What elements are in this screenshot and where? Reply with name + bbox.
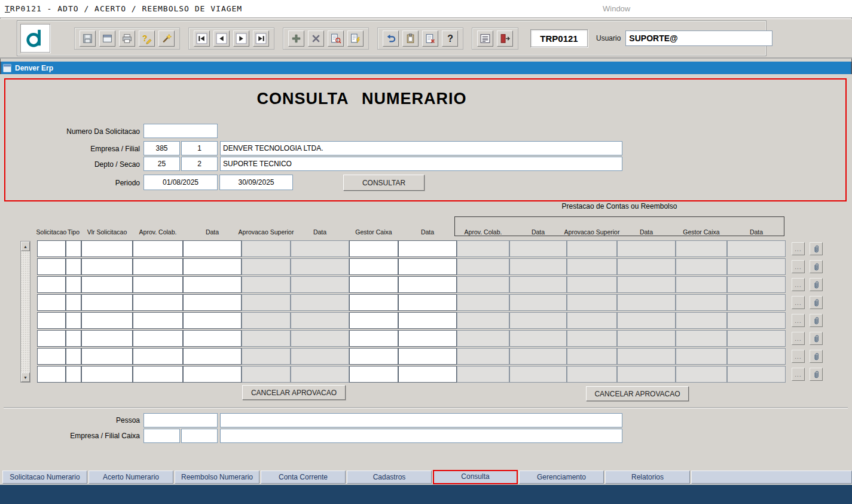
grid-cell[interactable] xyxy=(398,240,457,257)
grid-cell[interactable] xyxy=(37,258,66,275)
grid-cell[interactable] xyxy=(349,312,398,329)
first-record-button[interactable] xyxy=(194,30,210,47)
scroll-track[interactable] xyxy=(21,251,30,372)
grid-cell[interactable] xyxy=(81,366,133,383)
empresa-caixa-codigo-input[interactable] xyxy=(143,429,180,443)
attachment-button[interactable] xyxy=(810,296,823,309)
attachment-button[interactable] xyxy=(810,242,823,255)
execute-query-button[interactable] xyxy=(347,30,364,47)
exit-button[interactable] xyxy=(497,30,513,47)
grid-cell[interactable] xyxy=(133,276,183,293)
grid-cell[interactable] xyxy=(81,312,133,329)
delete-record-button[interactable] xyxy=(308,30,324,47)
grid-cell[interactable] xyxy=(37,366,66,383)
help-button[interactable]: ? xyxy=(442,30,458,47)
periodo-inicio-input[interactable] xyxy=(143,175,218,190)
grid-cell[interactable] xyxy=(66,258,81,275)
grid-cell[interactable] xyxy=(133,348,183,365)
grid-cell[interactable] xyxy=(81,240,133,257)
secao-codigo-input[interactable] xyxy=(181,157,218,171)
window-button[interactable] xyxy=(99,30,115,47)
tab-cadastros[interactable]: Cadastros xyxy=(347,471,432,484)
grid-cell[interactable] xyxy=(398,312,457,329)
grid-cell[interactable] xyxy=(398,330,457,347)
grid-cell[interactable] xyxy=(81,276,133,293)
numero-solicitacao-input[interactable] xyxy=(143,124,218,138)
grid-cell[interactable] xyxy=(66,348,81,365)
row-detail-button[interactable]: ... xyxy=(792,332,805,345)
grid-cell[interactable] xyxy=(133,330,183,347)
undo-button[interactable] xyxy=(383,30,399,47)
grid-cell[interactable] xyxy=(183,258,242,275)
grid-cell[interactable] xyxy=(183,312,242,329)
grid-cell[interactable] xyxy=(398,276,457,293)
copy-button[interactable] xyxy=(402,30,419,47)
row-detail-button[interactable]: ... xyxy=(792,350,805,363)
grid-cell[interactable] xyxy=(37,276,66,293)
grid-cell[interactable] xyxy=(349,240,398,257)
grid-cell[interactable] xyxy=(183,276,242,293)
tab-conta-corrente[interactable]: Conta Corrente xyxy=(261,471,346,484)
menu-button[interactable] xyxy=(477,30,493,47)
grid-cell[interactable] xyxy=(349,348,398,365)
grid-cell[interactable] xyxy=(349,276,398,293)
grid-cell[interactable] xyxy=(133,240,183,257)
grid-cell[interactable] xyxy=(398,258,457,275)
consultar-button[interactable]: CONSULTAR xyxy=(343,175,425,191)
menu-item-module[interactable]: TRP0121 - ADTO / ACERTO / REEMBOLSO DE V… xyxy=(5,4,242,13)
grid-cell[interactable] xyxy=(66,366,81,383)
grid-cell[interactable] xyxy=(349,258,398,275)
row-detail-button[interactable]: ... xyxy=(792,314,805,327)
grid-cell[interactable] xyxy=(37,294,66,311)
grid-cell[interactable] xyxy=(37,348,66,365)
pessoa-codigo-input[interactable] xyxy=(143,413,218,427)
grid-cell[interactable] xyxy=(183,240,242,257)
grid-cell[interactable] xyxy=(398,348,457,365)
previous-record-button[interactable] xyxy=(213,30,230,47)
grid-cell[interactable] xyxy=(37,240,66,257)
attachment-button[interactable] xyxy=(810,278,823,291)
attachment-button[interactable] xyxy=(810,350,823,363)
cancel-query-button[interactable] xyxy=(422,30,438,47)
usuario-input[interactable] xyxy=(625,30,772,46)
tab-solicitacao-numerario[interactable]: Solicitacao Numerario xyxy=(2,471,87,484)
tab-reembolso-numerario[interactable]: Reembolso Numerario xyxy=(175,471,259,484)
attachment-button[interactable] xyxy=(810,332,823,345)
grid-cell[interactable] xyxy=(81,294,133,311)
grid-cell[interactable] xyxy=(66,294,81,311)
grid-cell[interactable] xyxy=(349,294,398,311)
grid-cell[interactable] xyxy=(37,330,66,347)
empresa-caixa-nome-input[interactable] xyxy=(220,429,622,443)
menu-item-window[interactable]: Window xyxy=(603,4,630,13)
depto-nome-input[interactable] xyxy=(220,157,622,171)
scroll-up-button[interactable]: ▲ xyxy=(21,242,30,251)
grid-cell[interactable] xyxy=(183,366,242,383)
print-button[interactable] xyxy=(119,30,135,47)
filial-caixa-codigo-input[interactable] xyxy=(181,429,218,443)
attachment-button[interactable] xyxy=(810,260,823,273)
attachment-button[interactable] xyxy=(810,314,823,327)
row-detail-button[interactable]: ... xyxy=(792,368,805,381)
insert-record-button[interactable] xyxy=(288,30,304,47)
periodo-fim-input[interactable] xyxy=(219,175,293,190)
pessoa-nome-input[interactable] xyxy=(220,413,622,427)
enter-query-button[interactable] xyxy=(328,30,344,47)
row-detail-button[interactable]: ... xyxy=(792,242,805,255)
grid-cell[interactable] xyxy=(37,312,66,329)
grid-cell[interactable] xyxy=(81,330,133,347)
last-record-button[interactable] xyxy=(253,30,269,47)
help-edit-button[interactable]: ? xyxy=(139,30,155,47)
wizard-button[interactable] xyxy=(158,30,175,47)
filial-codigo-input[interactable] xyxy=(181,141,218,155)
grid-cell[interactable] xyxy=(183,330,242,347)
empresa-codigo-input[interactable] xyxy=(143,141,180,155)
grid-cell[interactable] xyxy=(66,276,81,293)
empresa-nome-input[interactable] xyxy=(220,141,622,155)
save-button[interactable] xyxy=(80,30,96,47)
tab-gerenciamento[interactable]: Gerenciamento xyxy=(519,471,604,484)
tab-consulta[interactable]: Consulta xyxy=(433,470,518,484)
attachment-button[interactable] xyxy=(810,368,823,381)
grid-cell[interactable] xyxy=(133,312,183,329)
grid-cell[interactable] xyxy=(133,294,183,311)
row-detail-button[interactable]: ... xyxy=(792,260,805,273)
